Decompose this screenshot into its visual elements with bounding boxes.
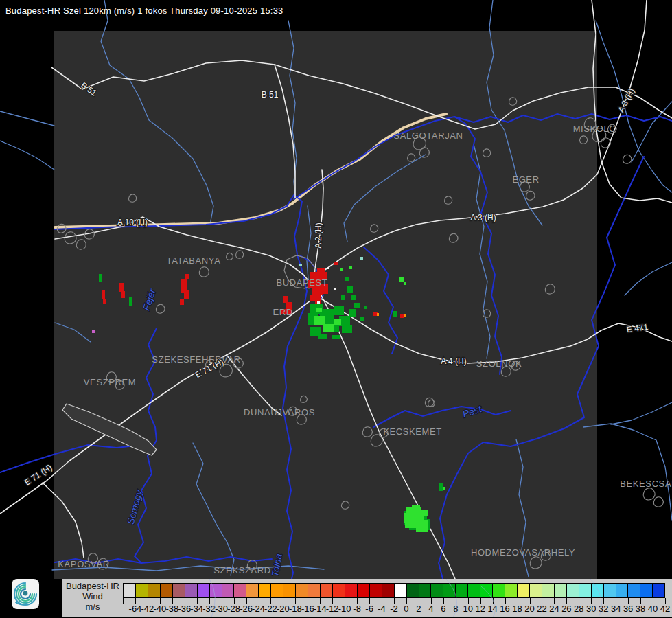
red-echo xyxy=(184,290,189,299)
legend-tick xyxy=(616,598,616,604)
radar-map: SALGOTARJANMISKOLCEGERTATABANYABUDAPESTE… xyxy=(0,0,672,618)
red-echo xyxy=(185,274,189,279)
legend-quantity: Wind xyxy=(63,591,122,602)
legend-color-box xyxy=(652,584,664,597)
legend-tick xyxy=(234,598,235,604)
city-label: VESZPREM xyxy=(84,377,136,387)
legend-tick xyxy=(493,598,494,604)
legend-color-box xyxy=(172,584,185,597)
legend-color-box xyxy=(554,584,566,597)
dark-green-echo xyxy=(342,325,352,333)
legend-color-box xyxy=(640,584,652,597)
legend-tick xyxy=(148,598,148,604)
legend-tick xyxy=(185,598,185,604)
legend-unit: m/s xyxy=(63,602,122,612)
legend-tick xyxy=(197,598,198,604)
white-speck xyxy=(317,301,320,304)
dark-green-echo xyxy=(349,309,356,317)
road-label: E 471 xyxy=(626,322,649,334)
city-label: SALGOTARJAN xyxy=(394,130,463,141)
dark-green-echo xyxy=(351,295,356,300)
dark-green-echo xyxy=(341,295,345,300)
city-label: SZOLNOK xyxy=(476,358,522,369)
city-label: DUNAUJVAROS xyxy=(244,407,315,417)
bright-green-echo xyxy=(421,510,428,516)
legend-tick xyxy=(505,598,506,604)
city-label: EGER xyxy=(512,174,539,185)
legend-tick xyxy=(394,598,395,604)
red-echo xyxy=(103,299,106,304)
legend-tick xyxy=(382,598,382,604)
legend-tick xyxy=(172,598,173,604)
city-label: KAPOSVAR xyxy=(58,559,109,569)
legend-color-box xyxy=(480,584,492,597)
legend-color-box xyxy=(270,584,283,597)
bright-green-echo xyxy=(405,523,413,528)
dark-green-echo xyxy=(99,274,102,282)
legend-color-box xyxy=(148,584,160,597)
legend-tick xyxy=(123,598,124,604)
white-speck xyxy=(327,267,329,269)
legend-color-box xyxy=(467,584,480,597)
legend-tick xyxy=(591,598,592,604)
dark-green-echo xyxy=(354,303,360,308)
legend-tick xyxy=(542,598,542,604)
legend-color-box xyxy=(455,584,467,597)
legend-color-box xyxy=(419,584,431,597)
dark-green-echo xyxy=(364,306,367,309)
legend-color-box xyxy=(591,584,603,597)
legend-color-box xyxy=(308,584,320,597)
legend-color-box xyxy=(627,584,640,597)
legend-color-box xyxy=(185,584,197,597)
bright-green-echo xyxy=(334,319,341,325)
dark-green-echo xyxy=(393,311,397,317)
settlement-outline xyxy=(623,154,632,163)
red-echo xyxy=(283,296,288,303)
legend-color-box xyxy=(135,584,148,597)
dark-green-echo xyxy=(334,306,344,315)
dark-green-echo xyxy=(360,317,364,321)
legend-color-box xyxy=(492,584,505,597)
bright-green-echo xyxy=(443,487,445,490)
dark-green-echo xyxy=(347,286,353,293)
dark-green-echo xyxy=(129,297,132,306)
road-label: A 10 (H) xyxy=(117,218,148,227)
radar-viewer: SALGOTARJANMISKOLCEGERTATABANYABUDAPESTE… xyxy=(0,0,672,618)
legend-tick xyxy=(209,598,210,604)
white-speck xyxy=(334,288,336,290)
red-echo xyxy=(119,283,124,292)
legend-tick xyxy=(468,598,469,604)
legend-tick xyxy=(406,598,407,604)
legend-tick xyxy=(628,598,629,604)
legend-color-box xyxy=(579,584,591,597)
legend-tick xyxy=(653,598,653,604)
city-label: ERD xyxy=(273,307,292,317)
legend-tick xyxy=(554,598,555,604)
legend-color-box xyxy=(320,584,332,597)
legend-color-box xyxy=(222,584,234,597)
road-label: A 4 (H) xyxy=(441,356,466,366)
settlement-outline xyxy=(601,138,610,148)
bright-green-echo xyxy=(323,324,334,332)
legend-color-box xyxy=(233,584,246,597)
legend-tick xyxy=(431,598,432,604)
legend-tick xyxy=(579,598,579,604)
legend-tick xyxy=(665,598,666,604)
city-label: BUDAPEST xyxy=(277,277,328,288)
legend-tick xyxy=(308,598,308,604)
legend-color-box xyxy=(258,584,270,597)
road-label: A 2 (H) xyxy=(314,222,323,248)
legend-source-label: Budapest-HR Wind m/s xyxy=(63,581,122,612)
legend-tick xyxy=(443,598,444,604)
red-echo xyxy=(317,268,325,273)
legend-color-box xyxy=(505,584,517,597)
legend-tick xyxy=(357,598,358,604)
legend-color-box xyxy=(283,584,295,597)
legend-tick xyxy=(160,598,161,604)
legend-color-box xyxy=(382,584,394,597)
bright-green-echo xyxy=(349,266,352,269)
bright-green-echo xyxy=(412,505,420,509)
legend-tick xyxy=(419,598,419,604)
legend-tick xyxy=(603,598,604,604)
red-echo xyxy=(334,262,338,265)
